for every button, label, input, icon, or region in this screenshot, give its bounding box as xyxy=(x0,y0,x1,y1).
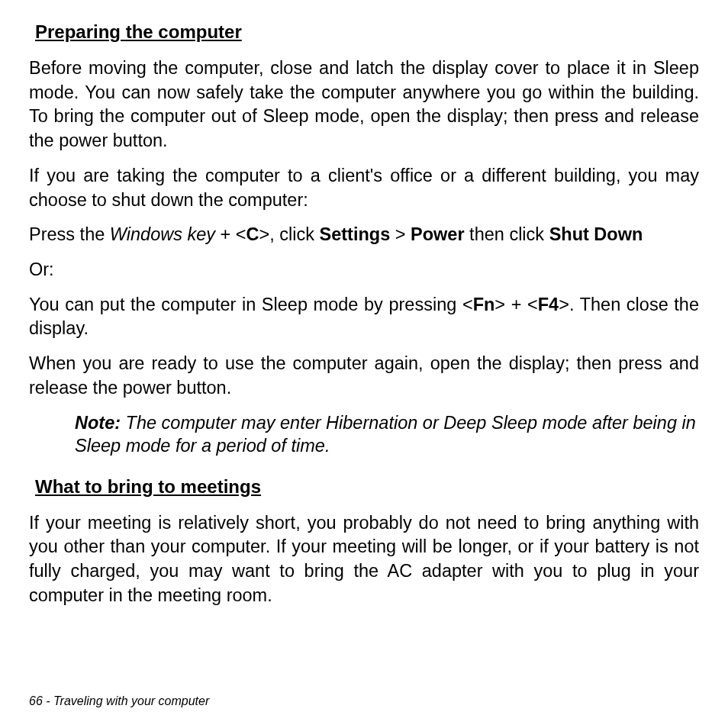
p3-plus: + < xyxy=(215,224,246,244)
p5-pre: You can put the computer in Sleep mode b… xyxy=(29,295,473,314)
paragraph-1: Before moving the computer, close and la… xyxy=(29,56,699,153)
paragraph-3: Press the Windows key + <C>, click Setti… xyxy=(29,223,699,247)
heading-preparing: Preparing the computer xyxy=(35,21,699,43)
page-footer: 66 - Traveling with your computer xyxy=(29,694,209,708)
note-paragraph: Note: The computer may enter Hibernation… xyxy=(75,411,699,458)
p5-fn: Fn xyxy=(473,295,495,314)
p3-after-c: >, click xyxy=(259,224,320,244)
p3-c-key: C xyxy=(246,224,259,244)
paragraph-4-or: Or: xyxy=(29,258,699,282)
p3-gt: > xyxy=(390,224,411,244)
p5-mid: > + < xyxy=(494,295,537,314)
paragraph-5: You can put the computer in Sleep mode b… xyxy=(29,293,699,341)
section2-paragraph-1: If your meeting is relatively short, you… xyxy=(29,511,699,608)
heading-meetings: What to bring to meetings xyxy=(35,476,699,498)
note-text: The computer may enter Hibernation or De… xyxy=(75,413,696,456)
p5-f4: F4 xyxy=(538,295,559,314)
p3-shutdown: Shut Down xyxy=(549,224,643,244)
paragraph-2: If you are taking the computer to a clie… xyxy=(29,164,699,212)
paragraph-6: When you are ready to use the computer a… xyxy=(29,352,699,400)
p3-windows-key: Windows key xyxy=(110,224,215,244)
note-label: Note: xyxy=(75,413,126,433)
p3-pre: Press the xyxy=(29,224,110,244)
p3-settings: Settings xyxy=(320,224,391,244)
p3-power: Power xyxy=(411,224,465,244)
p3-then: then click xyxy=(465,224,549,244)
